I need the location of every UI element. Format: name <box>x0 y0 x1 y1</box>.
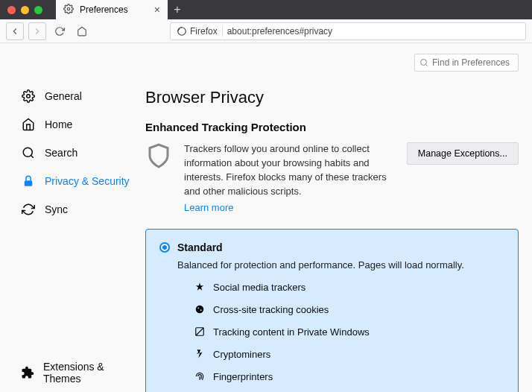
search-icon <box>21 145 36 160</box>
tracker-label: Cross-site tracking cookies <box>213 304 329 315</box>
svg-point-0 <box>67 7 70 10</box>
url-bar[interactable]: Firefox about:preferences#privacy <box>170 22 526 40</box>
tab-label: Preferences <box>80 4 148 15</box>
find-in-preferences[interactable] <box>414 54 519 72</box>
home-icon <box>21 117 36 132</box>
back-button[interactable] <box>6 22 24 40</box>
close-window-icon[interactable] <box>7 6 16 14</box>
svg-point-9 <box>197 308 199 309</box>
preferences-main: Browser Privacy Enhanced Tracking Protec… <box>145 43 532 392</box>
shield-icon <box>145 142 174 215</box>
identity-label: Firefox <box>190 26 218 37</box>
sidebar-item-label: Extensions & Themes <box>43 361 130 385</box>
navigation-toolbar: Firefox about:preferences#privacy <box>0 19 532 43</box>
search-icon <box>419 58 428 67</box>
sidebar-item-label: Privacy & Security <box>45 175 130 187</box>
tracker-item: Tracking content in Private Windows <box>194 326 504 338</box>
gear-icon <box>63 4 74 16</box>
svg-point-2 <box>27 95 31 98</box>
tracker-list: Social media trackers Cross-site trackin… <box>194 281 504 382</box>
svg-line-7 <box>425 64 427 66</box>
sidebar-item-label: Search <box>45 147 77 159</box>
option-description: Balanced for protection and performance.… <box>177 259 504 271</box>
preferences-sidebar: General Home Search Privacy & Security S… <box>0 43 145 392</box>
learn-more-link[interactable]: Learn more <box>184 201 396 215</box>
svg-line-12 <box>196 328 204 336</box>
cryptominer-icon <box>194 348 206 360</box>
home-button[interactable] <box>73 22 91 40</box>
etp-option-standard[interactable]: Standard Balanced for protection and per… <box>145 229 519 392</box>
tracker-item: Cross-site tracking cookies <box>194 303 504 315</box>
search-input[interactable] <box>432 57 513 68</box>
sidebar-item-extensions[interactable]: Extensions & Themes <box>0 354 145 392</box>
section-heading-etp: Enhanced Tracking Protection <box>145 121 519 133</box>
tracking-content-icon <box>194 326 206 338</box>
minimize-window-icon[interactable] <box>21 6 29 14</box>
tracker-label: Social media trackers <box>213 282 305 293</box>
etp-description: Trackers follow you around online to col… <box>184 143 387 197</box>
etp-description-row: Trackers follow you around online to col… <box>145 142 519 215</box>
manage-exceptions-button[interactable]: Manage Exceptions... <box>407 142 519 165</box>
window-controls <box>0 6 42 14</box>
browser-tab-preferences[interactable]: Preferences × <box>56 0 168 19</box>
maximize-window-icon[interactable] <box>34 6 42 14</box>
sidebar-item-search[interactable]: Search <box>0 139 145 167</box>
page-title: Browser Privacy <box>145 88 519 107</box>
tracker-item: Cryptominers <box>194 348 504 360</box>
tracker-item: Social media trackers <box>194 281 504 293</box>
sidebar-item-label: Sync <box>45 203 68 215</box>
cookie-icon <box>194 303 206 315</box>
sidebar-item-home[interactable]: Home <box>0 110 145 139</box>
fingerprint-icon <box>194 370 206 382</box>
sidebar-item-label: Home <box>45 118 72 130</box>
tracker-label: Cryptominers <box>213 349 270 360</box>
firefox-icon <box>177 26 187 37</box>
svg-point-3 <box>23 148 32 157</box>
sidebar-item-general[interactable]: General <box>0 82 145 110</box>
sync-icon <box>21 202 36 217</box>
tracker-label: Fingerprinters <box>213 371 273 382</box>
gear-icon <box>21 89 36 104</box>
tracker-item: Fingerprinters <box>194 370 504 382</box>
close-tab-icon[interactable]: × <box>154 4 160 16</box>
svg-point-8 <box>196 306 204 314</box>
forward-button[interactable] <box>28 22 46 40</box>
reload-button[interactable] <box>51 22 69 40</box>
sidebar-item-sync[interactable]: Sync <box>0 195 145 224</box>
sidebar-item-label: General <box>45 90 82 102</box>
sidebar-item-privacy[interactable]: Privacy & Security <box>0 167 145 195</box>
svg-line-4 <box>31 155 33 157</box>
svg-point-6 <box>421 60 427 66</box>
puzzle-icon <box>21 365 34 380</box>
svg-rect-5 <box>25 180 33 186</box>
svg-point-10 <box>200 310 202 312</box>
url-text: about:preferences#privacy <box>227 26 332 37</box>
radio-selected-icon[interactable] <box>159 242 170 253</box>
option-title: Standard <box>177 241 223 253</box>
titlebar: Preferences × + <box>0 0 532 19</box>
tracker-label: Tracking content in Private Windows <box>213 326 370 338</box>
lock-icon <box>21 174 36 189</box>
new-tab-button[interactable]: + <box>168 0 187 19</box>
social-tracker-icon <box>194 281 206 293</box>
identity-box[interactable]: Firefox <box>177 26 223 37</box>
